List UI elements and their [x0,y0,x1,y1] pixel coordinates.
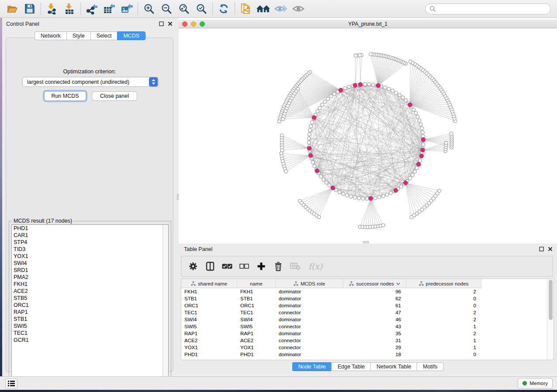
refresh-button[interactable] [215,1,232,16]
table-cell[interactable]: dominator [276,289,343,294]
table-cell[interactable]: ACE2 [181,338,237,343]
search-input[interactable] [439,6,547,12]
tab-network[interactable]: Network [35,31,66,40]
table-cell[interactable]: TEC1 [237,310,276,315]
gear-button[interactable] [187,260,200,273]
table-cell[interactable]: PHD1 [181,352,237,357]
mcds-result-item[interactable]: SRD1 [12,267,168,274]
column-header-predecessor-nodes[interactable]: predecessor nodes [406,279,481,288]
table-cell[interactable]: 2 [406,317,481,322]
table-row[interactable]: SWI5SWI5connector431 [181,323,547,330]
mcds-result-item[interactable]: YOX1 [12,253,168,260]
import-table-button[interactable] [61,1,78,16]
table-cell[interactable]: YOX1 [181,345,237,350]
table-cell[interactable]: dominator [276,352,343,357]
table-cell[interactable]: RAP1 [181,331,237,336]
table-cell[interactable]: 47 [343,310,406,315]
table-row[interactable]: SWI4SWI4dominator462 [181,316,547,323]
task-history-button[interactable] [5,378,17,389]
mcds-result-item[interactable]: STP4 [12,239,168,246]
table-cell[interactable]: 46 [343,317,406,322]
zoom-fit-button[interactable] [175,1,193,16]
table-cell[interactable]: 18 [343,352,406,357]
network-view[interactable] [179,28,557,244]
table-cell[interactable]: 31 [343,338,406,343]
mcds-result-item[interactable]: RAP1 [12,309,168,316]
table-cell[interactable]: dominator [276,331,343,336]
table-cell[interactable]: 61 [343,303,406,308]
close-panel-icon[interactable] [168,21,173,26]
mcds-result-item[interactable]: STB5 [12,295,168,302]
table-cell[interactable]: 0 [406,296,481,301]
table-cell[interactable]: STB1 [181,296,237,301]
column-header-shared-name[interactable]: shared name [181,279,237,288]
tab-style[interactable]: Style [66,31,90,40]
table-cell[interactable]: FKH1 [181,289,237,294]
table-cell[interactable]: SWI4 [181,317,237,322]
optimization-criterion-select[interactable]: largest connected component (undirected) [22,77,159,87]
mcds-result-item[interactable]: FKH1 [12,281,168,288]
open-file-button[interactable] [3,1,21,16]
table-cell[interactable]: ORC1 [181,303,237,308]
table-row[interactable]: PHD1PHD1dominator180 [181,351,547,358]
network-canvas[interactable] [179,28,557,244]
export-table-button[interactable] [100,1,118,16]
table-cell[interactable]: 29 [343,345,406,350]
table-cell[interactable]: dominator [276,296,343,301]
table-cell[interactable]: YOX1 [237,345,276,350]
table-scrollbar-thumb[interactable] [549,280,553,320]
unselect-all-button[interactable] [238,260,251,273]
table-cell[interactable]: connector [276,310,343,315]
table-cell[interactable]: ORC1 [237,303,276,308]
duplicate-network-button[interactable] [237,1,255,16]
table-cell[interactable]: 96 [343,289,406,294]
mcds-result-list[interactable]: PHD1CAR1STP4TID3YOX1SWI4SRD1PMA2FKH1ACE2… [11,224,169,382]
table-cell[interactable]: 1 [406,324,481,329]
mcds-result-item[interactable]: SWI4 [12,260,168,267]
zoom-selected-button[interactable] [193,1,210,16]
import-network-button[interactable] [43,1,61,16]
column-header-MCDS-role[interactable]: MCDS role [276,279,343,288]
first-neighbors-button[interactable] [255,1,272,16]
result-list-scrollbar[interactable] [163,225,168,381]
mcds-result-item[interactable]: STB1 [12,316,168,323]
table-row[interactable]: YOX1YOX1connector291 [181,344,547,351]
table-row[interactable]: ACE2ACE2connector311 [181,337,547,344]
table-cell[interactable]: 62 [343,296,406,301]
function-builder-button[interactable]: f(x) [306,260,325,273]
tab-motifs[interactable]: Motifs [417,362,443,371]
table-cell[interactable]: 1 [406,338,481,343]
table-cell[interactable]: SWI5 [181,324,237,329]
delete-column-button[interactable] [272,260,285,273]
mcds-result-item[interactable]: CAR1 [12,232,168,239]
column-header-name[interactable]: name [237,279,276,288]
tab-network-table[interactable]: Network Table [370,362,417,371]
mcds-result-item[interactable]: SWI5 [12,323,168,330]
table-cell[interactable]: 35 [343,331,406,336]
table-cell[interactable]: 43 [343,324,406,329]
delete-table-button[interactable] [289,260,302,273]
zoom-in-button[interactable] [140,1,158,16]
mcds-result-item[interactable]: PHD1 [12,225,168,232]
mcds-result-item[interactable]: TID3 [12,246,168,253]
table-cell[interactable]: ACE2 [237,338,276,343]
table-cell[interactable]: RAP1 [237,331,276,336]
table-cell[interactable]: TEC1 [181,310,237,315]
mcds-result-item[interactable]: ORC1 [12,302,168,309]
close-panel-icon[interactable] [548,247,553,251]
save-button[interactable] [21,1,38,16]
table-cell[interactable]: 0 [406,303,481,308]
table-cell[interactable]: dominator [276,303,343,308]
table-cell[interactable]: 2 [406,331,481,336]
tab-edge-table[interactable]: Edge Table [332,362,370,371]
hide-selected-button[interactable] [272,1,290,16]
table-cell[interactable]: 2 [406,289,481,294]
table-cell[interactable]: connector [276,324,343,329]
mcds-result-item[interactable]: TEC1 [12,330,168,337]
table-cell[interactable]: 2 [406,310,481,315]
float-window-icon[interactable] [159,21,164,26]
table-cell[interactable]: 1 [406,345,481,350]
table-row[interactable]: ORC1ORC1dominator610 [181,302,547,309]
add-column-button[interactable] [255,260,268,273]
split-columns-button[interactable] [204,260,217,273]
